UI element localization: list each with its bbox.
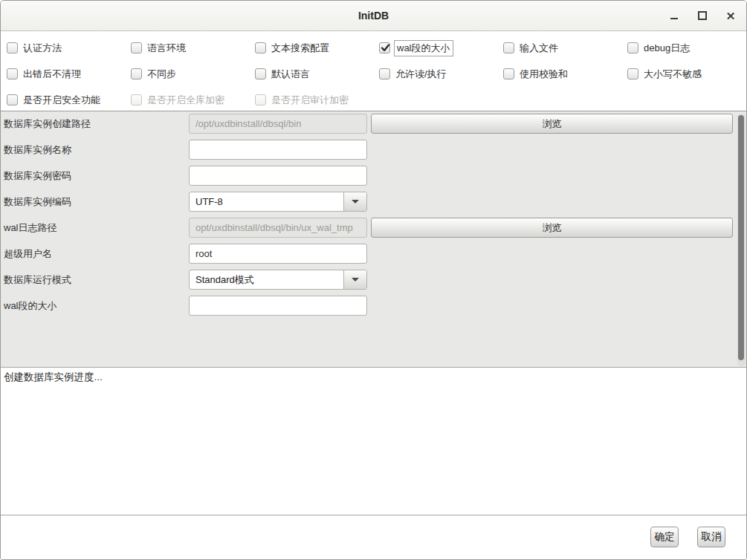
checkbox[interactable]: [7, 42, 18, 53]
form-row-instance-name: 数据库实例名称: [1, 140, 746, 160]
options-grid: 认证方法 语言环境 文本搜索配置 wal段的大小 输入文件: [1, 31, 746, 111]
window-title: InitDB: [1, 1, 746, 30]
instance-create-path-input: [189, 114, 367, 134]
initdb-dialog: InitDB ✕ 认证方法 语言环境 文本搜索配置: [0, 0, 747, 560]
checkbox-locale[interactable]: 语言环境: [131, 35, 255, 61]
checkbox[interactable]: [503, 42, 514, 53]
browse-wal-path-button[interactable]: 浏览: [371, 218, 733, 238]
form-row-superuser-name: 超级用户名: [1, 244, 746, 264]
field-label: 数据库运行模式: [4, 270, 71, 290]
wal-log-path-input: [189, 218, 367, 238]
checkbox[interactable]: [379, 68, 390, 79]
checkbox[interactable]: [255, 68, 266, 79]
ok-button[interactable]: 确定: [650, 527, 679, 547]
field-label: 超级用户名: [4, 244, 52, 264]
checkbox-default-language[interactable]: 默认语言: [255, 61, 379, 87]
checkbox-label: 语言环境: [147, 42, 186, 55]
checkbox-auth-method[interactable]: 认证方法: [7, 35, 131, 61]
checkbox-case-insensitive[interactable]: 大小写不敏感: [627, 61, 746, 87]
field-label: 数据库实例名称: [4, 140, 71, 160]
checkbox-debug-log[interactable]: debug日志: [627, 35, 746, 61]
checkbox[interactable]: [503, 68, 514, 79]
instance-password-input[interactable]: [189, 166, 367, 186]
chevron-down-icon: [352, 278, 359, 281]
field-label: wal段的大小: [4, 296, 57, 316]
db-run-mode-select[interactable]: Standard模式: [189, 270, 367, 290]
checkbox[interactable]: [131, 68, 142, 79]
progress-log-panel: 创建数据库实例进度...: [1, 368, 746, 515]
field-label: 数据库实例编码: [4, 192, 71, 212]
minimize-button[interactable]: [668, 10, 680, 22]
checkbox-label: 出错后不清理: [23, 68, 81, 81]
close-button[interactable]: ✕: [725, 10, 737, 22]
checkbox-label: wal段的大小: [394, 40, 453, 56]
checkbox[interactable]: [627, 68, 638, 79]
checkbox-checked[interactable]: [379, 42, 390, 53]
checkbox-enable-full-db-encryption: 是否开启全库加密: [131, 87, 255, 111]
checkbox-input-file[interactable]: 输入文件: [503, 35, 627, 61]
instance-encoding-select[interactable]: UTF-8: [189, 192, 367, 212]
checkbox-use-checksums[interactable]: 使用校验和: [503, 61, 627, 87]
checkbox-wal-segment-size[interactable]: wal段的大小: [379, 35, 503, 61]
checkbox-text-search-config[interactable]: 文本搜索配置: [255, 35, 379, 61]
checkbox-label: 是否开启安全功能: [23, 94, 100, 107]
form-row-instance-password: 数据库实例密码: [1, 166, 746, 186]
encoding-dropdown-button[interactable]: [343, 192, 366, 211]
checkbox-label: 不同步: [147, 68, 176, 81]
checkbox-label: 允许读/执行: [395, 68, 447, 81]
maximize-icon: [698, 11, 707, 20]
checkbox-disabled: [131, 94, 142, 105]
checkbox[interactable]: [7, 94, 18, 105]
browse-create-path-button[interactable]: 浏览: [371, 114, 733, 134]
checkbox-label: 默认语言: [271, 68, 310, 81]
vertical-scrollbar[interactable]: [737, 114, 746, 366]
cancel-button[interactable]: 取消: [697, 527, 725, 547]
selected-encoding: UTF-8: [190, 192, 343, 211]
run-mode-dropdown-button[interactable]: [343, 270, 366, 289]
check-icon: [380, 42, 391, 53]
footer: 确定 取消: [1, 516, 746, 559]
form-row-instance-create-path: 数据库实例创建路径 浏览: [1, 114, 746, 134]
form-row-db-run-mode: 数据库运行模式 Standard模式: [1, 270, 746, 290]
checkbox-allow-read-exec[interactable]: 允许读/执行: [379, 61, 503, 87]
form-row-instance-encoding: 数据库实例编码 UTF-8: [1, 192, 746, 212]
checkbox-no-clean-on-error[interactable]: 出错后不清理: [7, 61, 131, 87]
checkbox[interactable]: [627, 42, 638, 53]
scrollbar-thumb[interactable]: [738, 115, 744, 360]
form-row-wal-log-path: wal日志路径 浏览: [1, 218, 746, 238]
checkbox-label: 文本搜索配置: [271, 42, 329, 55]
checkbox-label: 是否开启全库加密: [147, 94, 224, 107]
checkbox-enable-security[interactable]: 是否开启安全功能: [7, 87, 131, 111]
checkbox-label: 使用校验和: [520, 68, 568, 81]
chevron-down-icon: [352, 200, 359, 204]
minimize-icon: [670, 18, 678, 19]
progress-text: 创建数据库实例进度...: [1, 368, 746, 387]
options-panel: 认证方法 语言环境 文本搜索配置 wal段的大小 输入文件: [1, 31, 746, 111]
form-panel: 数据库实例创建路径 浏览 数据库实例名称 数据库实例密码 数据库实例编码 UTF…: [1, 111, 746, 368]
checkbox-label: 是否开启审计加密: [271, 94, 349, 107]
wal-segment-size-input[interactable]: [189, 296, 367, 316]
checkbox[interactable]: [131, 42, 142, 53]
field-label: wal日志路径: [4, 218, 57, 238]
field-label: 数据库实例创建路径: [4, 114, 91, 134]
checkbox[interactable]: [255, 42, 266, 53]
field-label: 数据库实例密码: [4, 166, 71, 186]
checkbox-label: 输入文件: [520, 42, 558, 55]
window-controls: ✕: [668, 1, 737, 30]
checkbox-label: 认证方法: [23, 42, 62, 55]
checkbox-label: debug日志: [644, 42, 690, 55]
checkbox-disabled: [255, 94, 266, 105]
selected-run-mode: Standard模式: [190, 270, 343, 289]
checkbox[interactable]: [7, 68, 18, 79]
close-icon: ✕: [726, 10, 736, 22]
checkbox-enable-audit-encryption: 是否开启审计加密: [255, 87, 379, 111]
instance-name-input[interactable]: [189, 140, 367, 160]
form-row-wal-segment-size: wal段的大小: [1, 296, 746, 316]
titlebar[interactable]: InitDB ✕: [1, 1, 746, 31]
superuser-name-input[interactable]: [189, 244, 367, 264]
maximize-button[interactable]: [696, 10, 708, 22]
checkbox-label: 大小写不敏感: [644, 68, 702, 81]
checkbox-no-sync[interactable]: 不同步: [131, 61, 255, 87]
